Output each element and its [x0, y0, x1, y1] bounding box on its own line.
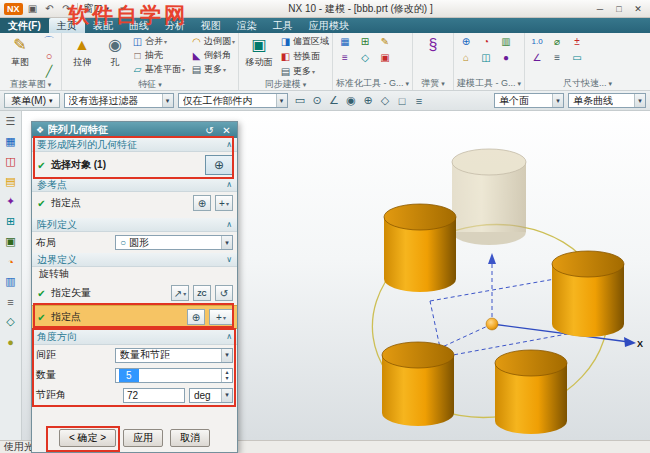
cylinder-ghost[interactable]	[452, 149, 526, 245]
touch-mode-icon[interactable]: ●	[3, 334, 19, 349]
gc-standard-icon-3[interactable]: ✎	[376, 34, 394, 48]
scene-icon[interactable]: ◇	[3, 314, 19, 329]
more-icon[interactable]: ▤更多	[279, 64, 329, 78]
snap-control-point-icon[interactable]: ∠	[326, 93, 343, 109]
cylinder-bottom-right[interactable]	[495, 350, 567, 434]
point-type-dropdown[interactable]: +▾	[215, 195, 233, 211]
count-spinner[interactable]: ▴ ▾	[221, 369, 232, 382]
count-input[interactable]: 5 ▴ ▾	[115, 368, 233, 383]
offset-region-icon[interactable]: ◨偏置区域	[279, 34, 329, 48]
profile-icon[interactable]: ⌒	[40, 34, 58, 48]
zc-axis-button[interactable]: ZC	[193, 285, 211, 301]
extrude-button[interactable]: ▲ 拉伸	[65, 34, 99, 69]
ribbon-tab[interactable]: 分析	[157, 18, 193, 33]
gc-standard-icon-6[interactable]: ▣	[376, 50, 394, 64]
snap-existing-point-icon[interactable]: □	[394, 93, 411, 109]
undo-icon[interactable]: ↶	[43, 3, 57, 14]
ribbon-tab[interactable]: 主页	[49, 18, 85, 33]
pitch-unit-select[interactable]: deg ▾	[189, 388, 233, 403]
reset-icon[interactable]: ↺	[203, 125, 216, 136]
section-pattern-definition[interactable]: 阵列定义 ∧	[32, 218, 237, 232]
gc-standard-icon-4[interactable]: ≡	[336, 50, 354, 64]
group-label-gc-standard-tools[interactable]: 标准化工具 - G... ▾	[336, 77, 409, 90]
shell-icon[interactable]: □抽壳	[131, 48, 185, 62]
face-rule-select[interactable]: 单个面 ▾	[494, 93, 564, 108]
layout-select[interactable]: ○ 圆形 ▾	[115, 235, 233, 250]
ribbon-tab[interactable]: 装配	[85, 18, 121, 33]
snap-quadrant-icon[interactable]: ◇	[377, 93, 394, 109]
minimize-button[interactable]: ─	[592, 4, 608, 14]
point-dialog-button[interactable]: ⊕	[187, 309, 205, 325]
apply-button[interactable]: 应用	[123, 429, 163, 447]
maximize-button[interactable]: □	[611, 4, 627, 14]
select-object-button[interactable]: ⊕	[205, 155, 233, 175]
gc-standard-icon-5[interactable]: ◇	[356, 50, 374, 64]
close-icon[interactable]: ✕	[220, 125, 233, 136]
close-button[interactable]: ✕	[630, 4, 646, 14]
point-dialog-button[interactable]: ⊕	[193, 195, 211, 211]
curve-rule-select[interactable]: 单条曲线 ▾	[568, 93, 646, 108]
assembly-navigator-icon[interactable]: ▦	[3, 134, 19, 149]
process-studio-icon[interactable]: ▥	[3, 274, 19, 289]
constraint-navigator-icon[interactable]: ◫	[3, 154, 19, 169]
quick-access-customize-icon[interactable]: ▾	[115, 5, 129, 13]
section-reference-point[interactable]: 参考点 ∧	[32, 178, 237, 192]
gc-standard-icon-1[interactable]: ▦	[336, 34, 354, 48]
ok-button[interactable]: < 确定 >	[59, 429, 116, 447]
ribbon-tab[interactable]: 应用模块	[301, 18, 357, 33]
unite-icon[interactable]: ◫合并	[131, 34, 185, 48]
section-geometry-to-pattern[interactable]: 要形成阵列的几何特征 ∧	[32, 138, 237, 152]
snap-mid-point-icon[interactable]: ⊙	[309, 93, 326, 109]
snap-end-point-icon[interactable]: ▭	[292, 93, 309, 109]
linear-dim-icon[interactable]: ▭	[568, 50, 586, 64]
group-label-dimension-format[interactable]: 尺寸快速... ▾	[528, 77, 647, 90]
group-label-gc-modeling-tools[interactable]: 建模工具 - G... ▾	[457, 77, 521, 90]
datum-plane-icon[interactable]: ▱基准平面	[131, 62, 185, 76]
pattern-center-point[interactable]	[486, 318, 498, 330]
hd3d-tool-icon[interactable]: ⊞	[3, 214, 19, 229]
window-menu[interactable]: 窗口 ▾	[81, 2, 113, 16]
dialog-titlebar[interactable]: ❖ 阵列几何特征 ↺ ✕	[32, 122, 237, 138]
cylinder-bottom-left[interactable]	[382, 342, 454, 426]
move-face-button[interactable]: ▣ 移动面	[242, 34, 276, 69]
gc-model-icon-6[interactable]: ●	[497, 50, 515, 64]
history-icon[interactable]: ◔	[3, 254, 19, 269]
snap-intersection-icon[interactable]: ◉	[343, 93, 360, 109]
replace-face-icon[interactable]: ◧替换面	[279, 49, 329, 63]
equal-constraint-icon[interactable]: ≡	[548, 50, 566, 64]
point-type-dropdown[interactable]: +▾	[209, 309, 233, 325]
selection-scope-select[interactable]: 仅在工作部件内 ▾	[178, 93, 288, 108]
reuse-library-icon[interactable]: ✦	[3, 194, 19, 209]
chamfer-icon[interactable]: ◣倒斜角	[190, 48, 235, 62]
group-label-feature[interactable]: 特征 ▾	[65, 78, 235, 91]
roles-icon[interactable]: ☰	[3, 114, 19, 129]
datum-plane-outline[interactable]	[430, 279, 567, 357]
group-label-spring-tools[interactable]: 弹簧 ▾	[416, 77, 450, 90]
ribbon-tab[interactable]: 渲染	[229, 18, 265, 33]
sketch-button[interactable]: ✎ 草图	[3, 34, 37, 69]
gc-standard-icon-2[interactable]: ⊞	[356, 34, 374, 48]
gc-model-icon-2[interactable]: ◔	[477, 34, 495, 48]
edge-blend-icon[interactable]: ◠边倒圆	[190, 34, 235, 48]
circle-icon[interactable]: ○	[40, 49, 58, 63]
web-browser-icon[interactable]: ▣	[3, 234, 19, 249]
rapid-dimension-icon[interactable]: 1.0	[528, 34, 546, 48]
spacing-select[interactable]: 数量和节距 ▾	[115, 348, 233, 363]
spring-button[interactable]: §	[416, 34, 450, 56]
gc-model-icon-4[interactable]: ⌂	[457, 50, 475, 64]
type-filter-select[interactable]: 没有选择过滤器 ▾	[64, 93, 174, 108]
ribbon-tab[interactable]: 工具	[265, 18, 301, 33]
cylinder-left[interactable]	[384, 204, 456, 292]
redo-icon[interactable]: ↷	[60, 3, 74, 14]
gc-model-icon-1[interactable]: ⊕	[457, 34, 475, 48]
menu-button[interactable]: 菜单(M) ▾	[4, 93, 60, 108]
gc-model-icon-3[interactable]: ▥	[497, 34, 515, 48]
save-icon[interactable]: ▣	[26, 3, 40, 14]
line-icon[interactable]: ╱	[40, 64, 58, 78]
reverse-direction-button[interactable]: ↺	[215, 285, 233, 301]
section-boundary-definition[interactable]: 边界定义 ∨	[32, 253, 237, 267]
cancel-button[interactable]: 取消	[170, 429, 210, 447]
snap-arc-center-icon[interactable]: ⊕	[360, 93, 377, 109]
ribbon-tab[interactable]: 曲线	[121, 18, 157, 33]
part-navigator-icon[interactable]: ▤	[3, 174, 19, 189]
